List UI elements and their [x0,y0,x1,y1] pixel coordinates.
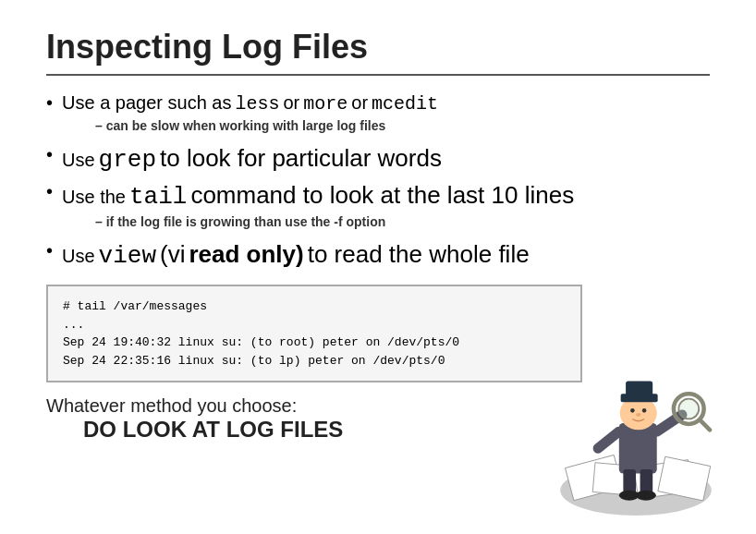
view-text-use: Use [62,246,95,267]
svg-point-20 [636,491,656,501]
list-item-tail: • Use the tail command to look at the la… [46,181,710,237]
list-item-view: • Use view (vi read only) to read the wh… [46,240,710,273]
svg-rect-13 [626,382,652,396]
svg-point-16 [636,413,640,417]
code-line-1: # tail /var/messages [63,297,566,316]
pager-text-or1: or [283,92,299,114]
pager-line: Use a pager such as less or more or mced… [62,92,710,115]
grep-text-cmd: grep [99,146,156,174]
item-content-tail: Use the tail command to look at the last… [62,181,710,237]
svg-line-10 [700,419,710,430]
view-text-paren: (vi [160,240,185,269]
view-line: Use view (vi read only) to read the whol… [62,240,710,270]
code-line-3: Sep 24 19:40:32 linux su: (to root) pete… [63,334,566,352]
item-content-view: Use view (vi read only) to read the whol… [62,240,710,273]
bullet-dot-pager: • [46,92,53,114]
tail-sub: if the log file is growing than use the … [95,214,710,229]
code-line-4: Sep 24 22:35:16 linux su: (to lp) peter … [63,352,566,370]
svg-point-9 [678,399,699,419]
title-divider [46,74,710,76]
grep-line: Use grep to look for particular words [62,144,710,174]
tail-text-cmd: tail [129,183,187,211]
bullet-dot-view: • [46,240,53,261]
bullet-list: • Use a pager such as less or more or mc… [46,92,710,273]
view-text-bold: read only) [189,240,303,269]
svg-rect-5 [619,423,657,474]
svg-line-6 [598,431,619,448]
tail-text-use: Use the [62,187,126,208]
tail-line: Use the tail command to look at the last… [62,181,710,211]
detective-illustration [543,331,728,516]
slide-title: Inspecting Log Files [46,28,710,67]
pager-text-use: Use a pager such as [62,92,231,114]
code-line-2: ... [63,316,566,334]
pager-text-or2: or [351,92,368,114]
pager-sub: can be slow when working with large log … [95,118,710,133]
view-text-cmd: view [99,242,156,270]
tail-text-rest: command to look at the last 10 lines [190,181,574,210]
bullet-dot-grep: • [46,144,53,165]
pager-text-less: less [235,93,279,115]
code-block: # tail /var/messages ... Sep 24 19:40:32… [46,285,582,382]
pager-text-mcedit: mcedit [372,93,438,115]
grep-text-rest: to look for particular words [160,144,442,173]
svg-point-15 [642,408,647,413]
pager-text-more: more [303,93,348,115]
list-item-grep: • Use grep to look for particular words [46,144,710,177]
detective-svg [543,331,728,516]
grep-text-use: Use [62,150,95,171]
slide-container: Inspecting Log Files • Use a pager such … [0,0,756,534]
list-item-pager: • Use a pager such as less or more or mc… [46,92,710,140]
bullet-dot-tail: • [46,181,53,202]
item-content-pager: Use a pager such as less or more or mced… [62,92,710,140]
view-text-rest: to read the whole file [308,240,530,269]
item-content-grep: Use grep to look for particular words [62,144,710,177]
svg-point-14 [630,408,635,413]
